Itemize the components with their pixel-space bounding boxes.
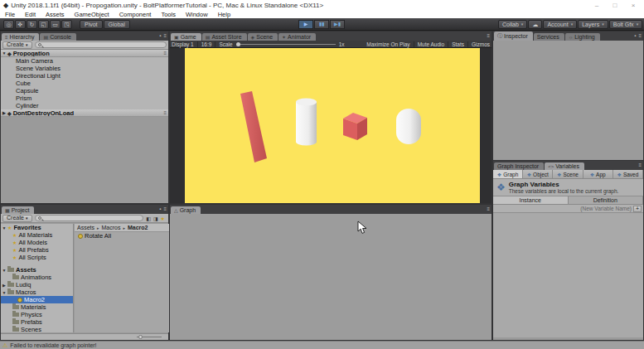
project-create-button[interactable]: Create ▾ [2,215,32,222]
hand-tool-icon[interactable]: ◎ [3,20,14,29]
folder-scenes[interactable]: Scenes [1,326,73,333]
move-tool-icon[interactable]: ✜ [15,20,26,29]
breadcrumb-macro2[interactable]: Macro2 [128,225,148,230]
play-button[interactable]: ▶ [298,20,313,29]
variables-kind-app[interactable]: ❖ App [583,170,613,178]
collab-dropdown[interactable]: Collab ▾ [498,20,527,29]
panel-menu-icon[interactable]: ≡ [163,206,167,211]
layers-dropdown[interactable]: Layers ▾ [578,20,608,29]
tab-variables[interactable]: <> Variables [545,162,584,170]
menu-edit[interactable]: Edit [20,11,41,18]
favorite-all-prefabs[interactable]: ★All Prefabs [1,246,73,254]
menu-window[interactable]: Window [181,11,213,18]
hierarchy-create-button[interactable]: Create ▾ [2,41,32,49]
variables-kind-scene[interactable]: ❖ Scene [553,170,583,178]
hierarchy-scene-row[interactable]: ▼ ◆ Propogation ≡ [1,50,168,57]
hierarchy-search-input[interactable] [35,41,167,48]
menu-help[interactable]: Help [213,11,235,18]
pause-button[interactable]: ▮▮ [314,20,329,29]
add-variable-button[interactable]: + [633,206,642,212]
gizmos-dropdown[interactable]: Gizmos [472,41,490,47]
rotate-tool-icon[interactable]: ↻ [27,20,37,29]
favorite-all-models[interactable]: ★All Models [1,239,73,246]
folder-materials[interactable]: Materials [1,303,73,311]
menu-assets[interactable]: Assets [41,11,70,18]
assets-root[interactable]: ▼ Assets [1,266,73,274]
hierarchy-item-main-camera[interactable]: Main Camera [1,57,168,65]
panel-pin-icon[interactable]: ▪ [634,33,636,38]
new-variable-input[interactable]: (New Variable Name) [580,206,632,211]
tab-animator[interactable]: ✦ Animator [278,33,316,41]
mute-audio-toggle[interactable]: Mute Audio [418,41,445,47]
close-button[interactable]: × [624,2,642,9]
global-toggle-button[interactable]: Global [104,20,130,29]
tab-asset-store[interactable]: ▤ Asset Store [202,33,247,41]
scene-menu-icon[interactable]: ≡ [163,110,167,115]
folder-prefabs[interactable]: Prefabs [1,318,73,326]
slider-knob[interactable] [138,335,143,339]
variables-kind-graph[interactable]: ❖ Graph [493,170,523,178]
icon-size-slider[interactable] [137,337,162,337]
aspect-ratio-dropdown[interactable]: 16:9 [201,41,212,47]
folder-macros[interactable]: ▼Macros [1,288,73,296]
hierarchy-item-cylinder[interactable]: Cylinder [1,102,168,109]
search-favorites-icon[interactable]: ★ [161,216,165,221]
variables-kind-object[interactable]: ❖ Object [523,170,553,178]
expand-open-icon[interactable]: ▼ [1,225,7,230]
tab-graph[interactable]: △ Graph [171,206,201,214]
maximize-button[interactable]: □ [606,2,624,9]
scale-slider-knob[interactable] [236,42,240,46]
account-dropdown[interactable]: Account ▾ [543,20,577,29]
hierarchy-item-capsule[interactable]: Capsule [1,87,168,95]
minimize-button[interactable]: – [588,2,606,9]
scale-tool-icon[interactable]: ◱ [38,20,49,29]
tab-scene[interactable]: ◈ Scene [248,33,278,41]
expand-open-icon[interactable]: ▼ [1,268,7,273]
search-by-label-icon[interactable]: ◨ [153,216,158,221]
tab-lighting[interactable]: ☼ Lighting [565,33,600,41]
cloud-button[interactable]: ☁ [528,20,542,29]
tab-definition[interactable]: Definition [569,196,644,204]
display-dropdown[interactable]: Display 1 [172,41,194,47]
favorite-all-scripts[interactable]: ★All Scripts [1,254,73,261]
hierarchy-item-scene-variables[interactable]: Scene Variables [1,65,168,72]
tab-instance[interactable]: Instance [493,196,569,204]
favorite-all-materials[interactable]: ★All Materials [1,231,73,239]
panel-menu-icon[interactable]: ≡ [487,33,490,38]
favorites-header[interactable]: ▼ ★ Favorites [1,224,73,231]
menu-component[interactable]: Component [114,11,157,18]
panel-menu-icon[interactable]: ≡ [163,33,167,38]
transform-tool-icon[interactable]: ◳ [61,20,72,29]
scene-menu-icon[interactable]: ≡ [163,51,167,56]
game-viewport[interactable] [170,48,491,203]
asset-macro2-selected[interactable]: Macro2 [1,296,73,303]
panel-menu-icon[interactable]: ≡ [487,206,490,211]
tab-inspector[interactable]: ⓘ Inspector [494,32,533,41]
expand-closed-icon[interactable]: ▶ [1,110,7,115]
maximize-on-play-toggle[interactable]: Maximize On Play [366,41,409,47]
hierarchy-item-cube[interactable]: Cube [1,80,168,87]
project-search-input[interactable] [35,215,144,221]
tab-hierarchy[interactable]: ≡ Hierarchy [2,33,39,41]
hierarchy-dontdestroy-row[interactable]: ▶ ◆ DontDestroyOnLoad ≡ [1,109,168,117]
panel-pin-icon[interactable]: ▪ [159,33,161,38]
graph-canvas[interactable] [170,214,491,340]
hierarchy-item-directional-light[interactable]: Directional Light [1,72,168,80]
layout-dropdown[interactable]: Bolt Gfx ▾ [609,20,642,29]
folder-animations[interactable]: Animations [1,274,73,281]
menu-tools[interactable]: Tools [156,11,181,18]
breadcrumb-assets[interactable]: Assets [77,225,94,230]
project-item-rotate-all[interactable]: Rotate All [75,232,169,240]
scale-slider[interactable] [236,44,336,45]
expand-closed-icon[interactable]: ▶ [1,283,7,288]
stats-toggle[interactable]: Stats [452,41,464,47]
variables-kind-saved[interactable]: ❖ Saved [613,170,643,178]
expand-open-icon[interactable]: ▼ [1,51,7,56]
tab-console[interactable]: ▤ Console [40,33,75,41]
status-bar[interactable]: ⚠ Failed to revalidate graph pointer! [0,341,644,349]
pivot-toggle-button[interactable]: Pivot [80,20,103,29]
folder-physics[interactable]: Physics [1,311,73,318]
panel-menu-icon[interactable]: ≡ [638,162,642,167]
panel-menu-icon[interactable]: ≡ [638,33,642,38]
step-button[interactable]: ▶▮ [330,20,345,29]
